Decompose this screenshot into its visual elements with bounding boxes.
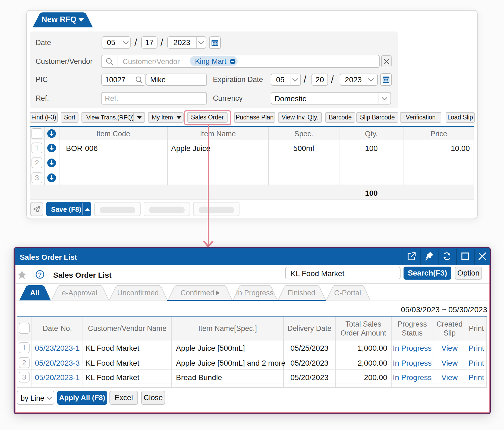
svg-text:Finished: Finished [288, 289, 315, 297]
svg-text:In Progress: In Progress [236, 289, 273, 297]
svg-text:Unconfirmed: Unconfirmed [117, 289, 159, 297]
svg-text:All: All [30, 289, 40, 297]
svg-text:C-Portal: C-Portal [334, 289, 361, 297]
svg-text:?: ? [38, 271, 42, 278]
svg-text:e-Approval: e-Approval [62, 289, 97, 297]
svg-text:Confirmed: Confirmed [181, 289, 215, 297]
